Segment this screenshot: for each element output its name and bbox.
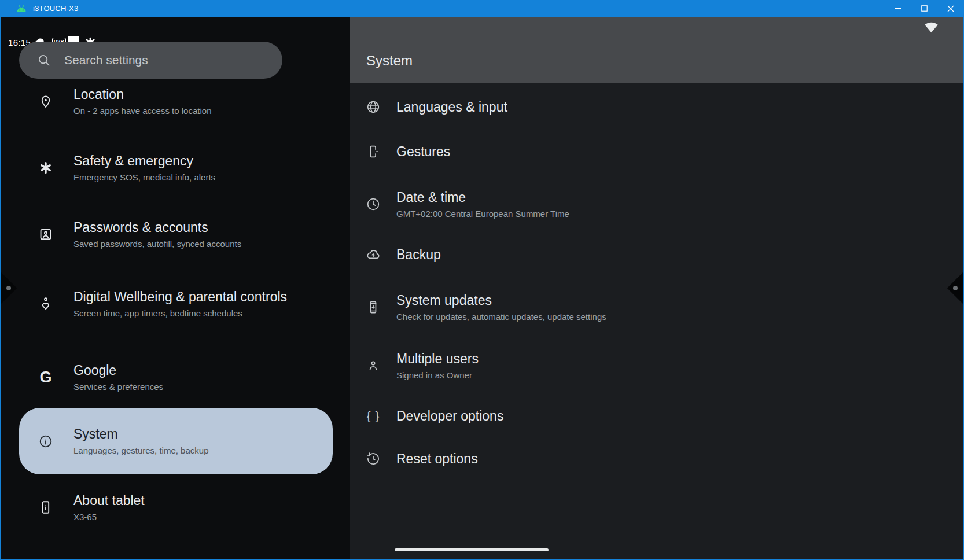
code-braces-icon: { } — [366, 409, 381, 423]
history-icon — [366, 451, 381, 466]
sidebar-item-location[interactable]: Location On - 2 apps have access to loca… — [0, 81, 350, 121]
cloud-upload-icon — [366, 247, 381, 262]
item-title: Passwords & accounts — [73, 219, 241, 236]
item-subtitle: Saved passwords, autofill, synced accoun… — [73, 238, 241, 250]
globe-icon — [366, 100, 381, 115]
sidebar-item-about-tablet[interactable]: About tablet X3-65 — [0, 487, 350, 528]
item-title: System updates — [396, 292, 606, 309]
tablet-info-icon — [33, 500, 58, 515]
left-handle-dot-icon — [6, 286, 11, 290]
item-subtitle: Signed in as Owner — [396, 369, 479, 381]
gesture-navigation-bar[interactable] — [395, 548, 549, 551]
search-icon — [36, 53, 51, 68]
clock-icon — [366, 197, 381, 212]
minimize-button[interactable] — [884, 0, 911, 17]
settings-item-developer-options[interactable]: { } Developer options — [350, 396, 964, 436]
item-subtitle: X3-65 — [73, 511, 145, 523]
wifi-icon — [923, 19, 939, 35]
info-circle-icon — [33, 434, 58, 449]
content-header: System — [350, 17, 964, 83]
item-title: Multiple users — [396, 351, 479, 367]
item-subtitle: Screen time, app timers, bedtime schedul… — [73, 307, 287, 319]
item-title: About tablet — [73, 492, 145, 509]
android-logo-icon — [16, 4, 27, 13]
sidebar-item-safety-emergency[interactable]: Safety & emergency Emergency SOS, medica… — [0, 148, 350, 188]
search-placeholder: Search settings — [64, 53, 148, 67]
gesture-phone-icon — [366, 144, 381, 159]
item-title: Digital Wellbeing & parental controls — [73, 289, 287, 305]
item-subtitle: Languages, gestures, time, backup — [73, 444, 208, 456]
phone-update-icon — [366, 300, 381, 315]
item-subtitle: On - 2 apps have access to location — [73, 105, 211, 117]
google-g-icon: G — [33, 370, 58, 385]
settings-content: System Languages & input Gestures — [350, 17, 964, 559]
sidebar-item-google[interactable]: G Google Services & preferences — [0, 357, 350, 397]
page-title: System — [366, 53, 413, 69]
person-icon — [366, 358, 381, 373]
settings-item-system-updates[interactable]: System updates Check for updates, automa… — [350, 284, 964, 330]
settings-item-gestures[interactable]: Gestures — [350, 131, 964, 172]
item-subtitle: Emergency SOS, medical info, alerts — [73, 171, 215, 183]
close-button[interactable] — [937, 0, 964, 17]
search-input[interactable]: Search settings — [19, 42, 282, 79]
settings-item-backup[interactable]: Backup — [350, 234, 964, 275]
settings-item-multiple-users[interactable]: Multiple users Signed in as Owner — [350, 342, 964, 389]
settings-item-languages-input[interactable]: Languages & input — [350, 87, 964, 127]
item-title: Safety & emergency — [73, 153, 215, 170]
item-title: System — [73, 426, 208, 443]
item-title: Reset options — [396, 451, 478, 467]
location-pin-icon — [33, 94, 58, 109]
medical-asterisk-icon — [33, 161, 58, 175]
window-border-left — [0, 17, 1, 560]
item-title: Gestures — [396, 143, 450, 160]
item-title: Languages & input — [396, 99, 507, 116]
item-title: Backup — [396, 246, 441, 263]
wellbeing-heart-icon — [33, 296, 58, 311]
right-handle-dot-icon — [953, 286, 958, 290]
settings-sidebar: 16:15 DVR Search settin — [0, 17, 350, 559]
item-subtitle: Check for updates, automatic updates, up… — [396, 311, 606, 323]
item-title: Google — [73, 362, 163, 379]
window-title: i3TOUCH-X3 — [33, 4, 78, 13]
window-titlebar: i3TOUCH-X3 — [0, 0, 964, 17]
settings-item-date-time[interactable]: Date & time GMT+02:00 Central European S… — [350, 181, 964, 227]
sidebar-item-digital-wellbeing[interactable]: Digital Wellbeing & parental controls Sc… — [0, 276, 350, 331]
sidebar-item-passwords-accounts[interactable]: Passwords & accounts Saved passwords, au… — [0, 214, 350, 255]
item-title: Date & time — [396, 189, 569, 206]
item-title: Location — [73, 86, 211, 103]
settings-item-reset-options[interactable]: Reset options — [350, 439, 964, 479]
item-subtitle: GMT+02:00 Central European Summer Time — [396, 208, 569, 220]
maximize-button[interactable] — [911, 0, 937, 17]
id-card-person-icon — [33, 227, 58, 242]
item-title: Developer options — [396, 408, 503, 425]
sidebar-item-system[interactable]: System Languages, gestures, time, backup — [0, 408, 350, 474]
item-subtitle: Services & preferences — [73, 381, 163, 393]
